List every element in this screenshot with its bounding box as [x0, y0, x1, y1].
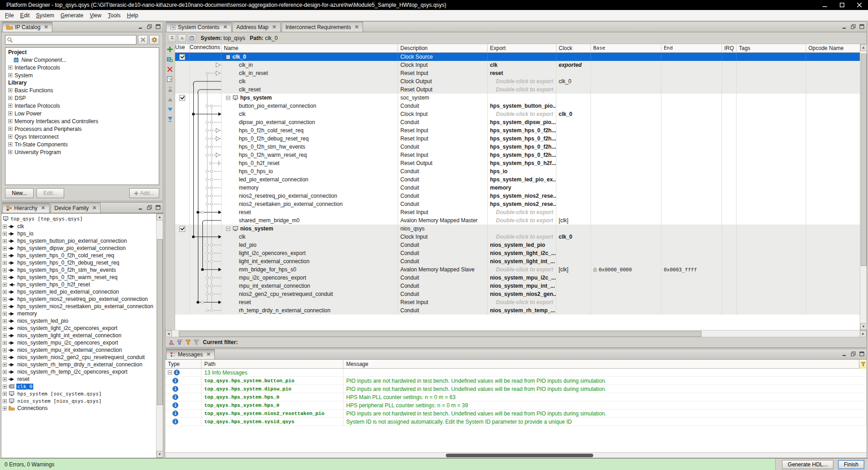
base-cell[interactable] — [591, 192, 661, 200]
interface-row[interactable]: hps_0_h2f_resetReset Outputhps_system_hp… — [175, 159, 860, 167]
column-header-base[interactable]: Base — [591, 44, 661, 52]
end-cell[interactable] — [661, 192, 722, 200]
end-cell[interactable] — [661, 167, 722, 175]
end-cell[interactable] — [661, 69, 722, 77]
expand-icon[interactable] — [8, 127, 12, 131]
column-header-description[interactable]: Description — [398, 44, 488, 52]
interface-row[interactable]: hps_0_f2h_cold_reset_reqReset Inputhps_s… — [175, 126, 860, 135]
base-cell[interactable] — [591, 208, 661, 216]
expand-icon[interactable] — [3, 290, 7, 294]
end-cell[interactable] — [661, 257, 722, 265]
connections-cell[interactable] — [190, 184, 222, 192]
name-cell[interactable]: light_i2c_opencores_export — [222, 249, 398, 257]
minimize-panel-icon[interactable] — [138, 24, 144, 30]
interface-row[interactable]: mpu_int_external_connectionConduitnios_s… — [175, 282, 860, 290]
end-cell[interactable] — [661, 298, 722, 306]
move-down-icon[interactable] — [167, 106, 173, 113]
use-checkbox[interactable] — [179, 226, 185, 232]
minimize-panel-icon[interactable] — [842, 351, 848, 357]
export-cell[interactable]: hps_system_nios2_rese... — [488, 192, 556, 200]
finish-button[interactable]: Finish — [838, 460, 864, 469]
expand-icon[interactable] — [8, 65, 12, 70]
clock-cell[interactable] — [556, 306, 591, 315]
table-horizontal-scrollbar[interactable]: ◄ ► — [165, 330, 867, 337]
base-cell[interactable] — [591, 167, 661, 175]
export-cell[interactable]: Double-click to export — [488, 298, 556, 306]
name-cell[interactable]: button_pio_external_connection — [222, 102, 398, 110]
interface-row[interactable]: resetReset InputDouble-click to export — [175, 208, 860, 216]
expand-icon[interactable] — [3, 312, 7, 316]
messages-filter-button[interactable] — [859, 360, 867, 369]
base-cell[interactable] — [591, 53, 661, 61]
expand-icon[interactable] — [3, 254, 7, 258]
interface-row[interactable]: resetReset InputDouble-click to export — [175, 298, 860, 306]
interface-row[interactable]: clk_resetReset OutputDouble-click to exp… — [175, 85, 860, 94]
hierarchy-item[interactable]: nios_system_led_pio — [3, 317, 156, 325]
clock-cell[interactable] — [556, 249, 591, 257]
interface-row[interactable]: dipsw_pio_external_connectionConduithps_… — [175, 118, 860, 126]
connections-cell[interactable] — [190, 249, 222, 257]
column-header-name[interactable]: Name — [222, 44, 398, 52]
clock-cell[interactable] — [556, 94, 591, 102]
close-icon[interactable]: ✕ — [41, 205, 45, 211]
expand-icon[interactable] — [3, 399, 7, 403]
end-cell[interactable] — [661, 61, 722, 69]
expand-icon[interactable] — [8, 142, 12, 146]
column-header-export[interactable]: Export — [488, 44, 556, 52]
column-header-end[interactable]: End — [661, 44, 722, 52]
export-cell[interactable]: nios_system_light_i2c_... — [488, 249, 556, 257]
export-cell[interactable]: nios_system_rh_temp_... — [488, 306, 556, 315]
interface-row[interactable]: nios2_gen2_cpu_resetrequest_conduitCondu… — [175, 290, 860, 298]
name-cell[interactable]: nios2_resetreq_pio_external_connection — [222, 192, 398, 200]
clock-cell[interactable]: [clk] — [556, 216, 591, 225]
use-cell[interactable] — [175, 53, 190, 61]
name-cell[interactable]: reset — [222, 208, 398, 216]
expand-icon[interactable] — [3, 326, 7, 330]
name-cell[interactable]: hps_0_hps_io — [222, 167, 398, 175]
export-cell[interactable]: Double-click to export — [488, 85, 556, 94]
name-cell[interactable]: shared_mem_bridge_m0 — [222, 216, 398, 225]
connections-cell[interactable] — [190, 265, 222, 274]
export-cell[interactable]: hps_system_hps_0_f2h... — [488, 151, 556, 159]
connections-cell[interactable] — [190, 53, 222, 61]
hierarchy-item[interactable]: nios_system_light_i2c_opencores_export — [3, 325, 156, 332]
export-cell[interactable]: nios_system_mpu_int_... — [488, 282, 556, 290]
end-cell[interactable] — [661, 118, 722, 126]
export-cell[interactable]: hps_system_nios2_rese... — [488, 200, 556, 208]
clear-filter-icon[interactable] — [193, 340, 199, 345]
hierarchy-item[interactable]: nios_system [nios_qsys.qsys] — [3, 397, 156, 405]
end-cell[interactable] — [661, 233, 722, 241]
expand-icon[interactable] — [3, 392, 7, 396]
hierarchy-item[interactable]: hps_system_hps_0_h2f_reset — [3, 281, 156, 288]
clock-cell[interactable] — [556, 200, 591, 208]
catalog-item[interactable]: Low Power — [7, 110, 159, 117]
column-header-clock[interactable]: Clock — [556, 44, 591, 52]
expand-icon[interactable] — [8, 150, 12, 154]
clock-cell[interactable] — [556, 159, 591, 167]
end-cell[interactable] — [661, 282, 722, 290]
export-cell[interactable]: hps_system_hps_0_h2f... — [488, 159, 556, 167]
clock-cell[interactable] — [556, 192, 591, 200]
base-cell[interactable] — [591, 85, 661, 94]
messages-column-message[interactable]: Message — [343, 360, 867, 368]
clock-cell[interactable] — [556, 151, 591, 159]
message-row[interactable]: top_qsys.hps_system.nios2_resettaken_pio… — [165, 410, 867, 418]
connections-cell[interactable] — [190, 290, 222, 298]
message-row[interactable]: top_qsys.hps_system.sysid_qsysSystem ID … — [165, 418, 867, 426]
export-cell[interactable]: Double-click to export — [488, 216, 556, 225]
base-cell[interactable] — [591, 61, 661, 69]
expand-icon[interactable] — [3, 275, 7, 280]
base-cell[interactable] — [591, 257, 661, 265]
close-icon[interactable]: ✕ — [44, 24, 48, 30]
connections-cell[interactable] — [190, 216, 222, 225]
base-cell[interactable] — [591, 298, 661, 306]
message-type-cell[interactable] — [165, 369, 202, 376]
end-cell[interactable] — [661, 77, 722, 85]
hierarchy-item[interactable]: hps_io — [3, 230, 156, 237]
end-cell[interactable] — [661, 126, 722, 135]
export-cell[interactable] — [488, 53, 556, 61]
name-cell[interactable]: clk — [222, 77, 398, 85]
name-cell[interactable]: hps_0_h2f_reset — [222, 159, 398, 167]
export-cell[interactable]: nios_system_mpu_i2c_... — [488, 274, 556, 282]
end-cell[interactable] — [661, 102, 722, 110]
